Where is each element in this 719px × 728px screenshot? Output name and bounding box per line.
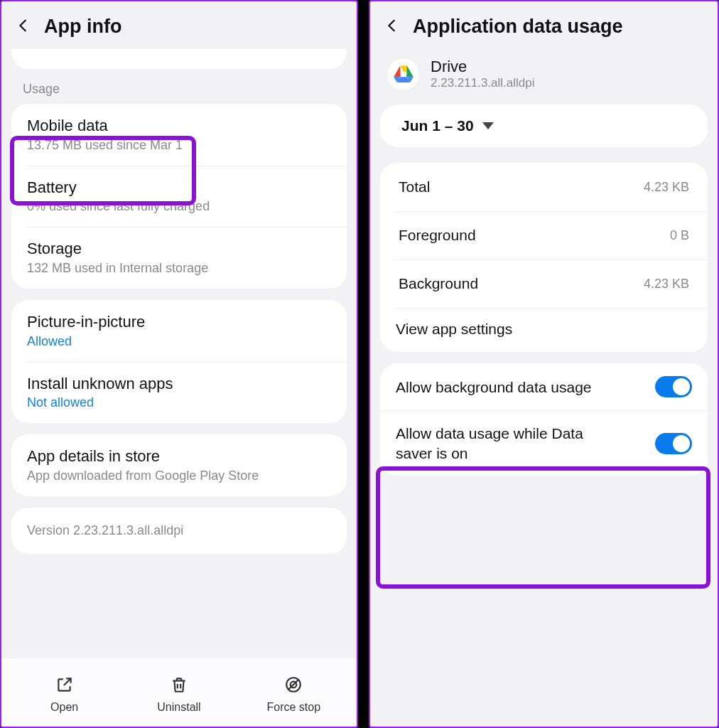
header: Application data usage — [370, 1, 718, 49]
svg-marker-6 — [394, 66, 401, 77]
battery-title: Battery — [27, 177, 331, 198]
permissions-card: Picture-in-picture Allowed Install unkno… — [11, 300, 347, 423]
data-saver-switch[interactable] — [655, 433, 692, 454]
highlight-toggles — [376, 466, 710, 589]
page-title: App info — [44, 16, 121, 38]
open-label: Open — [50, 701, 78, 714]
details-sub: App downloaded from Google Play Store — [27, 469, 331, 483]
total-value: 4.23 KB — [644, 180, 689, 195]
open-icon — [55, 675, 74, 697]
foreground-value: 0 B — [670, 228, 689, 243]
battery-row[interactable]: Battery 0% used since last fully charged — [11, 166, 347, 228]
bottom-action-bar: Open Uninstall Force stop — [1, 658, 357, 727]
store-card: App details in store App downloaded from… — [11, 434, 347, 496]
uninstall-button[interactable]: Uninstall — [121, 675, 236, 714]
background-row: Background 4.23 KB — [380, 259, 708, 308]
foreground-row: Foreground 0 B — [380, 211, 708, 259]
chevron-down-icon — [482, 122, 494, 129]
foreground-label: Foreground — [399, 227, 476, 244]
data-saver-label: Allow data usage while Data saver is on — [396, 424, 623, 463]
app-package: 2.23.211.3.all.alldpi — [431, 76, 535, 90]
usage-card: Mobile data 13.75 MB used since Mar 1 Ba… — [11, 104, 347, 289]
unknown-title: Install unknown apps — [27, 373, 331, 395]
app-name: Drive — [431, 58, 535, 76]
version-text: Version 2.23.211.3.all.alldpi — [27, 523, 331, 538]
app-details-row[interactable]: App details in store App downloaded from… — [11, 434, 347, 496]
trash-icon — [170, 675, 188, 697]
app-header: Drive 2.23.211.3.all.alldpi — [370, 49, 718, 97]
bg-data-toggle-row[interactable]: Allow background data usage — [380, 363, 708, 410]
view-app-settings-row[interactable]: View app settings — [380, 308, 708, 352]
open-button[interactable]: Open — [7, 675, 121, 714]
mobile-data-row[interactable]: Mobile data 13.75 MB used since Mar 1 — [11, 104, 347, 166]
app-meta: Drive 2.23.211.3.all.alldpi — [431, 58, 535, 90]
data-usage-screen: Application data usage Drive 2.23.211.3.… — [369, 0, 719, 728]
force-stop-label: Force stop — [267, 701, 321, 714]
background-value: 4.23 KB — [644, 277, 689, 291]
storage-title: Storage — [27, 238, 331, 259]
details-title: App details in store — [27, 446, 331, 467]
storage-sub: 132 MB used in Internal storage — [27, 261, 331, 276]
data-usage-card: Total 4.23 KB Foreground 0 B Background … — [380, 163, 708, 352]
bg-data-label: Allow background data usage — [396, 378, 592, 397]
back-button[interactable] — [16, 18, 31, 36]
battery-sub: 0% used since last fully charged — [27, 199, 331, 214]
view-settings-label: View app settings — [396, 319, 692, 339]
drive-app-icon — [387, 58, 419, 90]
header: App info — [1, 1, 357, 49]
date-range-chip[interactable]: Jun 1 – 30 — [380, 105, 708, 147]
storage-row[interactable]: Storage 132 MB used in Internal storage — [11, 227, 347, 289]
pip-row[interactable]: Picture-in-picture Allowed — [11, 300, 347, 362]
pip-title: Picture-in-picture — [27, 311, 331, 333]
toggles-card: Allow background data usage Allow data u… — [380, 363, 708, 476]
version-card: Version 2.23.211.3.all.alldpi — [11, 508, 347, 554]
total-label: Total — [399, 178, 430, 196]
pip-sub: Allowed — [27, 334, 331, 349]
mobile-data-title: Mobile data — [27, 115, 331, 136]
data-saver-toggle-row[interactable]: Allow data usage while Data saver is on — [380, 410, 708, 476]
bg-data-switch[interactable] — [655, 376, 692, 397]
date-range-text: Jun 1 – 30 — [401, 117, 474, 134]
truncated-card — [11, 49, 347, 69]
app-info-screen: App info Usage Mobile data 13.75 MB used… — [0, 0, 358, 728]
svg-marker-5 — [406, 66, 413, 77]
uninstall-label: Uninstall — [157, 701, 200, 714]
total-row: Total 4.23 KB — [380, 163, 708, 211]
page-title: Application data usage — [413, 16, 623, 38]
force-stop-button[interactable]: Force stop — [237, 675, 351, 714]
background-label: Background — [399, 275, 478, 292]
usage-section-label: Usage — [1, 82, 357, 104]
unknown-apps-row[interactable]: Install unknown apps Not allowed — [11, 362, 347, 424]
unknown-sub: Not allowed — [27, 395, 331, 410]
mobile-data-sub: 13.75 MB used since Mar 1 — [27, 138, 331, 153]
back-button[interactable] — [384, 18, 400, 36]
force-stop-icon — [284, 675, 303, 697]
